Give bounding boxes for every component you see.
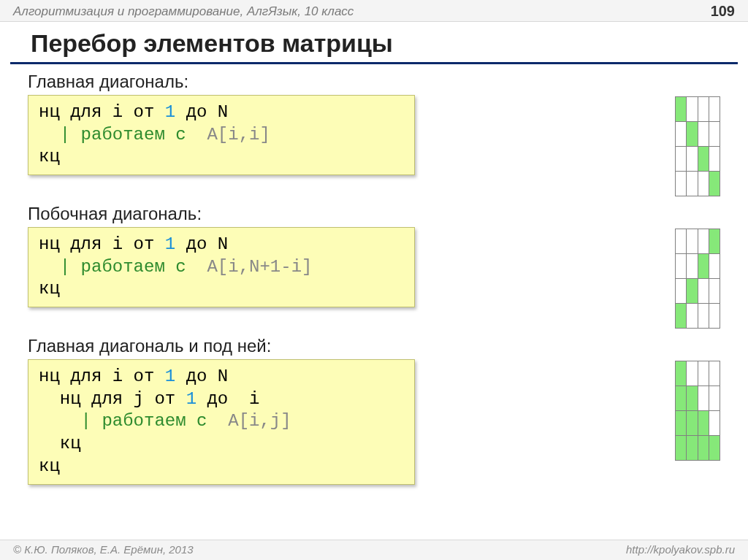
matrix-cell (676, 172, 687, 196)
code-number: 1 (165, 367, 175, 386)
code-text: кц (39, 147, 60, 166)
matrix-cell (698, 147, 709, 172)
footer-bar: © К.Ю. Поляков, Е.А. Ерёмин, 2013 http:/… (0, 540, 748, 560)
matrix-cell (709, 122, 720, 147)
code-comment: | работаем с (39, 257, 207, 277)
matrix-main-diagonal (675, 96, 720, 196)
matrix-cell (698, 411, 709, 436)
footer-copyright: © К.Ю. Поляков, Е.А. Ерёмин, 2013 (13, 543, 194, 556)
code-expr: A[i,j] (228, 411, 291, 431)
code-comment: | работаем с (39, 411, 228, 431)
slide-content: Главная диагональ: нц для i от 1 до N | … (0, 72, 748, 485)
code-text: кц (39, 456, 60, 476)
matrix-cell (676, 361, 687, 386)
code-text: нц для j от (39, 389, 186, 409)
matrix-cell (676, 386, 687, 411)
matrix-cell (709, 229, 720, 254)
section-lower-triangle: Главная диагональ и под ней: нц для i от… (28, 336, 720, 485)
matrix-cell (698, 279, 709, 304)
header-subject: Алгоритмизация и программирование, АлгЯз… (13, 4, 354, 19)
matrix-cell (698, 97, 709, 122)
matrix-cell (676, 97, 687, 122)
matrix-anti-diagonal (675, 229, 720, 329)
section-label: Главная диагональ: (28, 72, 720, 92)
header-bar: Алгоритмизация и программирование, АлгЯз… (0, 0, 748, 22)
matrix-cell (676, 254, 687, 279)
matrix-cell (676, 229, 687, 254)
matrix-cell (709, 436, 720, 461)
matrix-cell (698, 172, 709, 196)
matrix-cell (676, 279, 687, 304)
matrix-cell (687, 304, 698, 329)
section-main-diagonal: Главная диагональ: нц для i от 1 до N | … (28, 72, 720, 196)
matrix-cell (698, 361, 709, 386)
matrix-cell (709, 279, 720, 304)
matrix-cell (698, 436, 709, 461)
header-page-number: 109 (711, 3, 735, 20)
matrix-cell (687, 436, 698, 461)
matrix-cell (687, 361, 698, 386)
code-block: нц для i от 1 до N | работаем с A[i,i] к… (28, 95, 415, 175)
matrix-cell (676, 122, 687, 147)
code-text: до N (175, 367, 228, 386)
code-text: нц для i от (39, 234, 165, 254)
matrix-cell (698, 122, 709, 147)
matrix-cell (676, 411, 687, 436)
matrix-cell (687, 147, 698, 172)
code-comment: | работаем с (39, 125, 207, 145)
code-block: нц для i от 1 до N нц для j от 1 до i | … (28, 359, 415, 485)
matrix-cell (687, 229, 698, 254)
code-text: кц (39, 434, 81, 453)
matrix-cell (698, 304, 709, 329)
code-number: 1 (165, 234, 175, 254)
matrix-cell (709, 361, 720, 386)
code-text: нц для i от (39, 367, 165, 386)
code-text: до i (196, 389, 259, 409)
matrix-cell (687, 122, 698, 147)
code-expr: A[i,i] (207, 125, 270, 145)
matrix-cell (687, 97, 698, 122)
code-block: нц для i от 1 до N | работаем с A[i,N+1-… (28, 227, 415, 307)
matrix-cell (709, 411, 720, 436)
code-text: кц (39, 279, 60, 299)
matrix-cell (709, 304, 720, 329)
matrix-cell (676, 436, 687, 461)
matrix-cell (709, 147, 720, 172)
matrix-cell (687, 411, 698, 436)
section-label: Главная диагональ и под ней: (28, 336, 720, 356)
matrix-cell (687, 254, 698, 279)
matrix-cell (698, 386, 709, 411)
matrix-cell (709, 386, 720, 411)
footer-url: http://kpolyakov.spb.ru (626, 543, 735, 556)
code-text: до N (175, 102, 228, 122)
section-label: Побочная диагональ: (28, 204, 720, 224)
section-anti-diagonal: Побочная диагональ: нц для i от 1 до N |… (28, 204, 720, 329)
matrix-cell (687, 386, 698, 411)
code-text: до N (175, 234, 228, 254)
matrix-cell (709, 172, 720, 196)
page-title: Перебор элементов матрицы (10, 22, 738, 64)
matrix-cell (709, 97, 720, 122)
matrix-cell (709, 254, 720, 279)
matrix-cell (698, 254, 709, 279)
code-number: 1 (186, 389, 196, 409)
matrix-cell (676, 147, 687, 172)
matrix-cell (687, 172, 698, 196)
code-expr: A[i,N+1-i] (207, 257, 312, 277)
code-text: нц для i от (39, 102, 165, 122)
matrix-lower-triangle (675, 361, 720, 461)
matrix-cell (676, 304, 687, 329)
matrix-cell (687, 279, 698, 304)
code-number: 1 (165, 102, 175, 122)
matrix-cell (698, 229, 709, 254)
